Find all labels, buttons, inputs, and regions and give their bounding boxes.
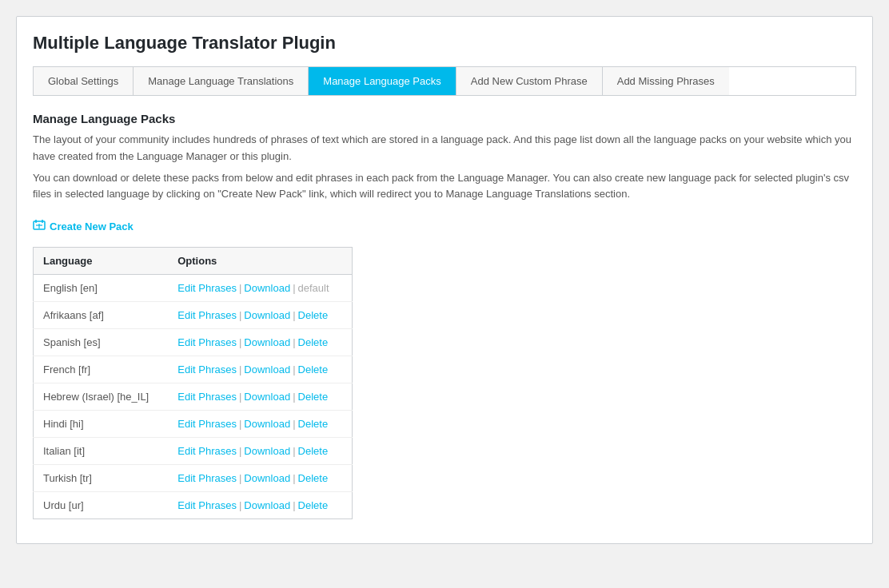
language-cell: Spanish [es] xyxy=(34,329,169,356)
download-link[interactable]: Download xyxy=(244,282,290,294)
tab-add-custom-phrase[interactable]: Add New Custom Phrase xyxy=(456,67,603,95)
default-badge: default xyxy=(298,282,329,294)
options-cell: Edit Phrases|Download|Delete xyxy=(168,492,352,519)
edit-phrases-link[interactable]: Edit Phrases xyxy=(177,309,237,321)
delete-link[interactable]: Delete xyxy=(298,445,329,457)
download-link[interactable]: Download xyxy=(244,336,290,348)
options-cell: Edit Phrases|Download|Delete xyxy=(168,438,352,465)
edit-phrases-link[interactable]: Edit Phrases xyxy=(177,282,237,294)
edit-phrases-link[interactable]: Edit Phrases xyxy=(177,418,237,430)
delete-link[interactable]: Delete xyxy=(298,336,329,348)
table-row: Hindi [hi]Edit Phrases|Download|Delete xyxy=(34,411,353,438)
options-cell: Edit Phrases|Download|Delete xyxy=(168,302,352,329)
edit-phrases-link[interactable]: Edit Phrases xyxy=(177,445,237,457)
plugin-title: Multiple Language Translator Plugin xyxy=(33,33,856,54)
tab-manage-packs[interactable]: Manage Language Packs xyxy=(309,67,456,95)
table-row: French [fr]Edit Phrases|Download|Delete xyxy=(34,356,353,383)
edit-phrases-link[interactable]: Edit Phrases xyxy=(177,499,237,511)
language-cell: Afrikaans [af] xyxy=(34,302,169,329)
download-link[interactable]: Download xyxy=(244,418,290,430)
new-pack-icon xyxy=(33,219,46,234)
options-cell: Edit Phrases|Download|Delete xyxy=(168,465,352,492)
table-row: Afrikaans [af]Edit Phrases|Download|Dele… xyxy=(34,302,353,329)
options-cell: Edit Phrases|Download|Delete xyxy=(168,383,352,411)
separator: | xyxy=(239,282,241,294)
col-language: Language xyxy=(34,248,169,275)
separator: | xyxy=(239,499,241,511)
options-cell: Edit Phrases|Download|Delete xyxy=(168,329,352,356)
language-cell: Turkish [tr] xyxy=(34,465,169,492)
separator: | xyxy=(293,336,295,348)
delete-link[interactable]: Delete xyxy=(298,391,329,403)
download-link[interactable]: Download xyxy=(244,309,290,321)
language-cell: French [fr] xyxy=(34,356,169,383)
separator: | xyxy=(239,364,241,375)
delete-link[interactable]: Delete xyxy=(298,309,329,321)
delete-link[interactable]: Delete xyxy=(298,364,329,375)
table-row: Turkish [tr]Edit Phrases|Download|Delete xyxy=(34,465,353,492)
delete-link[interactable]: Delete xyxy=(298,418,329,430)
language-cell: English [en] xyxy=(34,275,169,302)
tab-manage-translations[interactable]: Manage Language Translations xyxy=(134,67,309,95)
col-options: Options xyxy=(168,248,352,275)
separator: | xyxy=(293,391,295,403)
section-title: Manage Language Packs xyxy=(33,112,856,125)
section-desc1: The layout of your community includes hu… xyxy=(33,132,856,165)
separator: | xyxy=(239,336,241,348)
tab-global-settings[interactable]: Global Settings xyxy=(34,67,134,95)
separator: | xyxy=(293,418,295,430)
delete-link[interactable]: Delete xyxy=(298,499,329,511)
download-link[interactable]: Download xyxy=(244,391,290,403)
separator: | xyxy=(293,282,295,294)
table-row: Spanish [es]Edit Phrases|Download|Delete xyxy=(34,329,353,356)
edit-phrases-link[interactable]: Edit Phrases xyxy=(177,472,237,484)
edit-phrases-link[interactable]: Edit Phrases xyxy=(177,364,237,375)
separator: | xyxy=(239,309,241,321)
separator: | xyxy=(239,472,241,484)
separator: | xyxy=(293,364,295,375)
edit-phrases-link[interactable]: Edit Phrases xyxy=(177,391,237,403)
separator: | xyxy=(239,445,241,457)
language-packs-table: Language Options English [en]Edit Phrase… xyxy=(33,247,353,519)
tabs-bar: Global SettingsManage Language Translati… xyxy=(33,66,856,96)
table-row: Italian [it]Edit Phrases|Download|Delete xyxy=(34,438,353,465)
separator: | xyxy=(293,499,295,511)
table-row: Urdu [ur]Edit Phrases|Download|Delete xyxy=(34,492,353,519)
language-cell: Italian [it] xyxy=(34,438,169,465)
tab-add-missing-phrases[interactable]: Add Missing Phrases xyxy=(603,67,729,95)
delete-link[interactable]: Delete xyxy=(298,472,329,484)
options-cell: Edit Phrases|Download|Delete xyxy=(168,356,352,383)
options-cell: Edit Phrases|Download|default xyxy=(168,275,352,302)
download-link[interactable]: Download xyxy=(244,499,290,511)
separator: | xyxy=(293,472,295,484)
separator: | xyxy=(293,445,295,457)
language-cell: Hebrew (Israel) [he_IL] xyxy=(34,383,169,411)
language-cell: Hindi [hi] xyxy=(34,411,169,438)
create-new-pack-link[interactable]: Create New Pack xyxy=(33,219,134,234)
separator: | xyxy=(293,309,295,321)
separator: | xyxy=(239,418,241,430)
download-link[interactable]: Download xyxy=(244,445,290,457)
download-link[interactable]: Download xyxy=(244,472,290,484)
language-cell: Urdu [ur] xyxy=(34,492,169,519)
create-new-pack-label: Create New Pack xyxy=(50,220,134,232)
options-cell: Edit Phrases|Download|Delete xyxy=(168,411,352,438)
separator: | xyxy=(239,391,241,403)
edit-phrases-link[interactable]: Edit Phrases xyxy=(177,336,237,348)
table-row: Hebrew (Israel) [he_IL]Edit Phrases|Down… xyxy=(34,383,353,411)
download-link[interactable]: Download xyxy=(244,364,290,375)
section-desc2: You can download or delete these packs f… xyxy=(33,170,856,204)
table-row: English [en]Edit Phrases|Download|defaul… xyxy=(34,275,353,302)
plugin-container: Multiple Language Translator Plugin Glob… xyxy=(16,16,873,544)
